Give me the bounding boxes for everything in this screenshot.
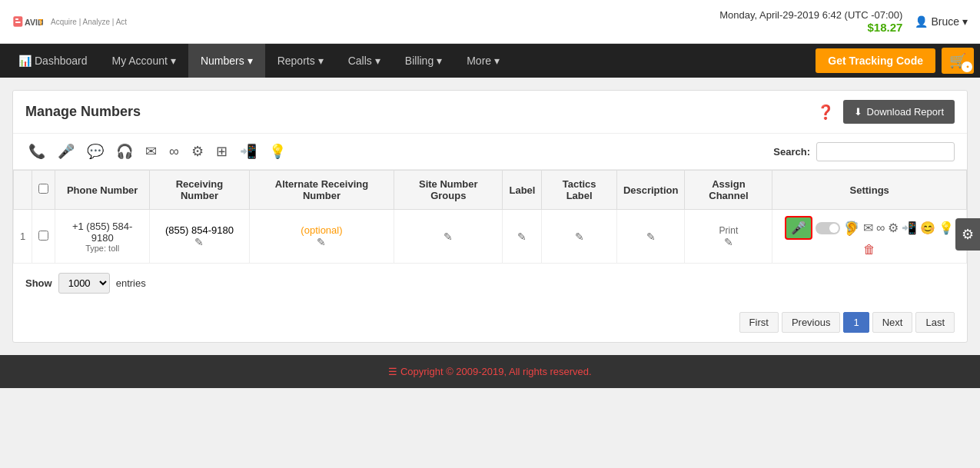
cart-badge: ⦁ [962, 61, 972, 72]
row-assign: Print ✎ [685, 210, 772, 264]
email-icon[interactable]: ✉ [142, 140, 160, 163]
help-icon[interactable]: ❓ [817, 104, 834, 121]
download-report-button[interactable]: ⬇ Download Report [843, 100, 955, 124]
table-container: Phone Number Receiving Number Alternate … [13, 170, 967, 264]
svg-rect-0 [13, 16, 22, 26]
bulb-icon[interactable]: 💡 [266, 140, 289, 163]
edit-tactics-icon[interactable]: ✎ [575, 231, 584, 243]
ear-icon[interactable]: 🦻 [843, 220, 860, 237]
search-input[interactable] [816, 142, 955, 161]
svg-rect-1 [15, 18, 18, 20]
col-site: Site Number Groups [394, 171, 503, 210]
chevron-down-icon: ▾ [318, 55, 324, 67]
mic-icon[interactable]: 🎤 [55, 140, 78, 163]
table-row: 1 +1 (855) 584-9180 Type: toll (855) 854… [14, 210, 967, 264]
col-settings: Settings [772, 171, 967, 210]
phone2-icon[interactable]: 📲 [902, 221, 917, 235]
phone-icon[interactable]: 📞 [25, 140, 48, 163]
chevron-down-icon: ▾ [494, 55, 500, 67]
side-settings-icon[interactable]: ⚙ [955, 218, 980, 251]
mail-icon[interactable]: ✉ [863, 221, 873, 235]
col-assign: Assign Channel [685, 171, 772, 210]
row-label: ✎ [503, 210, 542, 264]
col-checkbox [32, 171, 55, 210]
show-area: Show 1000 entries [13, 264, 967, 303]
col-alternate: Alternate Receiving Number [249, 171, 394, 210]
entries-label: entries [116, 277, 146, 289]
dashboard-icon: 📊 [18, 55, 32, 67]
nav-item-calls[interactable]: Calls ▾ [336, 44, 393, 78]
mic-highlighted-icon[interactable]: 🎤 [785, 216, 812, 240]
show-select[interactable]: 1000 [58, 273, 110, 294]
row-alternate: (optional) ✎ [249, 210, 394, 264]
nav-item-more[interactable]: More ▾ [454, 44, 512, 78]
bulb2-icon[interactable]: 💡 [938, 221, 954, 235]
chevron-down-icon: ▾ [171, 55, 176, 67]
download-icon: ⬇ [854, 106, 862, 118]
delete-icon[interactable]: 🗑 [863, 243, 875, 257]
settings-cell: 🎤 🦻 ✉ ∞ ⚙ 📲 😊 💡 🗑 [779, 216, 960, 257]
edit-site-icon[interactable]: ✎ [443, 231, 453, 243]
footer-icon: ☰ [388, 366, 397, 377]
main-content: Manage Numbers ❓ ⬇ Download Report 📞 🎤 💬… [12, 90, 968, 343]
header-right: ❓ ⬇ Download Report [817, 100, 955, 124]
chevron-down-icon: ▾ [375, 55, 380, 67]
page-1-button[interactable]: 1 [843, 312, 869, 333]
infinity2-icon[interactable]: ∞ [876, 221, 885, 235]
row-checkbox[interactable] [38, 231, 48, 241]
icon-toolbar: 📞 🎤 💬 🎧 ✉ ∞ ⚙ ⊞ 📲 💡 Search: [13, 134, 967, 170]
infinity-icon[interactable]: ∞ [166, 141, 182, 163]
gear-icon[interactable]: ⚙ [888, 221, 899, 235]
toggle-switch[interactable] [816, 222, 840, 234]
chevron-down-icon: ▾ [962, 15, 968, 28]
col-description: Description [616, 171, 685, 210]
nav-item-numbers[interactable]: Numbers ▾ [188, 44, 265, 78]
edit-assign-icon[interactable]: ✎ [724, 236, 733, 248]
col-receiving: Receiving Number [150, 171, 250, 210]
row-phone: +1 (855) 584-9180 Type: toll [55, 210, 150, 264]
footer: ☰ Copyright © 2009-2019, All rights rese… [0, 355, 980, 388]
content-header: Manage Numbers ❓ ⬇ Download Report [13, 91, 967, 134]
grid-icon[interactable]: ⊞ [213, 140, 231, 163]
edit-description-icon[interactable]: ✎ [646, 231, 656, 243]
logo-icon: AVID T RAK [12, 6, 43, 37]
phone-alt-icon[interactable]: 📲 [237, 140, 260, 163]
logo: AVID T RAK Acquire | Analyze | Act [12, 6, 127, 37]
edit-receiving-icon[interactable]: ✎ [194, 236, 204, 248]
cart-icon[interactable]: 🛒 ⦁ [942, 48, 974, 74]
date-time: Monday, April-29-2019 6:42 (UTC -07:00) … [719, 9, 902, 34]
username: Bruce [931, 15, 959, 28]
nav-item-billing[interactable]: Billing ▾ [393, 44, 454, 78]
main-nav: 📊 Dashboard My Account ▾ Numbers ▾ Repor… [0, 44, 980, 78]
chevron-down-icon: ▾ [437, 55, 442, 67]
previous-button[interactable]: Previous [782, 312, 841, 333]
nav-item-dashboard[interactable]: 📊 Dashboard [6, 44, 100, 78]
chevron-down-icon: ▾ [247, 55, 253, 67]
settings-icon[interactable]: ⚙ [188, 140, 207, 163]
nav-item-myaccount[interactable]: My Account ▾ [100, 44, 188, 78]
headphone-icon[interactable]: 🎧 [113, 140, 136, 163]
show-label: Show [25, 277, 52, 289]
get-tracking-button[interactable]: Get Tracking Code [816, 48, 935, 73]
edit-alternate-icon[interactable]: ✎ [317, 236, 326, 248]
svg-rect-2 [15, 22, 21, 23]
row-description: ✎ [616, 210, 685, 264]
edit-label-icon[interactable]: ✎ [517, 231, 527, 243]
col-num [14, 171, 32, 210]
chat-icon[interactable]: 💬 [84, 140, 107, 163]
next-button[interactable]: Next [872, 312, 913, 333]
user-icon: 👤 [915, 15, 928, 28]
nav-item-reports[interactable]: Reports ▾ [265, 44, 336, 78]
row-num: 1 [14, 210, 32, 264]
row-tactics: ✎ [542, 210, 616, 264]
smiley-icon[interactable]: 😊 [920, 221, 935, 235]
select-all-checkbox[interactable] [38, 184, 48, 194]
search-label: Search: [773, 146, 810, 158]
last-button[interactable]: Last [915, 312, 955, 333]
top-right: Monday, April-29-2019 6:42 (UTC -07:00) … [719, 9, 968, 34]
search-area: Search: [773, 142, 955, 161]
first-button[interactable]: First [739, 312, 779, 333]
user-menu[interactable]: 👤 Bruce ▾ [915, 15, 968, 28]
numbers-table: Phone Number Receiving Number Alternate … [13, 170, 967, 264]
footer-text: Copyright © 2009-2019, All rights reserv… [400, 366, 592, 377]
